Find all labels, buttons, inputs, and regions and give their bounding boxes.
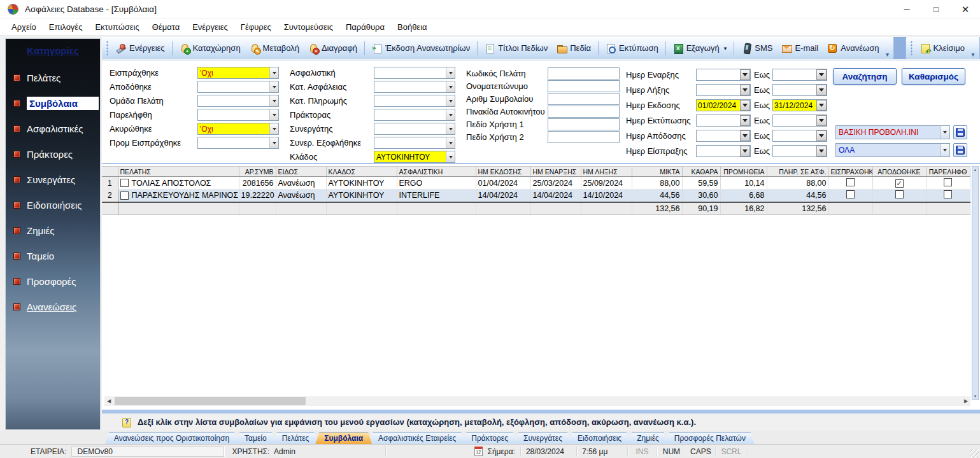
print-date-to-combo[interactable] xyxy=(772,114,827,127)
horizontal-scrollbar[interactable]: ◀ ▶ xyxy=(104,396,970,406)
toolbar-grip[interactable] xyxy=(106,41,109,55)
tab-clients[interactable]: Πελάτες xyxy=(273,432,318,444)
print-button[interactable]: Εκτύπωση xyxy=(601,41,663,56)
insert-button[interactable]: Καταχώρηση xyxy=(175,41,245,56)
tab-contracts[interactable]: Συμβόλαια xyxy=(315,432,372,444)
print-date-from-combo[interactable] xyxy=(696,114,751,127)
view-columns-combo[interactable]: ΟΛΑ xyxy=(835,143,950,157)
field-titles-button[interactable]: Τίτλοι Πεδίων xyxy=(480,41,552,56)
collected-checkbox[interactable] xyxy=(846,178,855,186)
menu-actions[interactable]: Ενέργειες xyxy=(186,20,234,34)
insurance-category-filter-combo[interactable] xyxy=(374,81,455,93)
column-header-branch[interactable]: ΚΛΑΔΟΣ xyxy=(326,167,397,177)
minimize-button[interactable]: ─ xyxy=(892,0,921,18)
issue-date-from-combo[interactable]: 01/02/2024 xyxy=(696,99,751,111)
menu-bridges[interactable]: Γέφυρες xyxy=(234,20,278,34)
scroll-up-icon[interactable]: ▲ xyxy=(972,167,978,173)
partner-paid-filter-combo[interactable] xyxy=(374,137,455,149)
collected-filter-combo[interactable]: 'Οχι xyxy=(197,67,279,79)
agent-filter-combo[interactable] xyxy=(374,109,455,121)
collection-date-from-combo[interactable] xyxy=(696,145,751,157)
user-field-1-input[interactable] xyxy=(548,118,620,130)
return-date-from-combo[interactable] xyxy=(696,130,751,142)
scroll-left-icon[interactable]: ◀ xyxy=(104,398,113,404)
client-code-input[interactable] xyxy=(548,67,620,80)
tab-notifications[interactable]: Ειδοποιήσεις xyxy=(569,432,630,444)
column-header-returned[interactable]: ΑΠΟΔΟΘΗΚΕ xyxy=(872,167,926,177)
column-header-end-date[interactable]: ΗΜ ΛΗΞΗΣ xyxy=(581,167,632,177)
menu-help[interactable]: Βοήθεια xyxy=(391,20,434,34)
collection-date-to-combo[interactable] xyxy=(772,145,827,157)
commission-collected-filter-combo[interactable] xyxy=(197,137,279,149)
tab-client-offers[interactable]: Προσφορές Πελατών xyxy=(665,432,755,444)
tab-cashdesk[interactable]: Ταμείο xyxy=(236,432,276,444)
tab-insurance-companies[interactable]: Ασφαλιστικές Εταιρείες xyxy=(369,432,465,444)
returned-filter-combo[interactable] xyxy=(197,81,279,93)
tab-claims[interactable]: Ζημιές xyxy=(628,432,668,444)
menu-file[interactable]: Αρχείο xyxy=(5,20,43,34)
column-header-company[interactable]: ΑΣΦΑΛΙΣΤΙΚΗ xyxy=(397,167,476,177)
column-header-start-date[interactable]: ΗΜ ΕΝΑΡΞΗΣ xyxy=(530,167,581,177)
column-header-net[interactable]: ΚΑΘΑΡΑ xyxy=(682,167,720,177)
sidebar-item-cashdesk[interactable]: Ταμείο xyxy=(6,243,100,268)
payment-category-filter-combo[interactable] xyxy=(374,95,455,107)
start-date-from-combo[interactable] xyxy=(696,69,751,81)
tab-agents[interactable]: Πράκτορες xyxy=(462,432,517,444)
end-date-to-combo[interactable] xyxy=(772,84,827,96)
column-header-client[interactable]: ΠΕΛΑΤΗΣ xyxy=(118,167,239,177)
received-checkbox[interactable] xyxy=(944,178,952,186)
actions-button[interactable]: Ενέργειες xyxy=(111,41,169,56)
received-filter-combo[interactable] xyxy=(197,109,279,121)
row-select-checkbox[interactable] xyxy=(120,191,129,200)
toolbar-overflow-icon[interactable]: ▾ xyxy=(883,51,891,59)
toolbar-grip[interactable] xyxy=(910,41,913,55)
cancelled-filter-combo[interactable]: 'Οχι xyxy=(197,123,279,135)
client-name-input[interactable] xyxy=(548,80,620,92)
sms-button[interactable]: SMS xyxy=(737,41,777,56)
sidebar-item-contracts[interactable]: Συμβόλαια xyxy=(6,90,100,116)
scroll-down-icon[interactable]: ▼ xyxy=(972,393,978,399)
client-group-filter-combo[interactable] xyxy=(197,95,279,107)
tab-partners[interactable]: Συνεργάτες xyxy=(515,432,571,444)
sidebar-item-insurers[interactable]: Ασφαλιστικές xyxy=(6,116,100,141)
partner-filter-combo[interactable] xyxy=(374,123,455,135)
menu-printouts[interactable]: Εκτυπώσεις xyxy=(89,20,145,34)
sidebar-item-partners[interactable]: Συνεργάτες xyxy=(6,167,100,192)
license-plate-input[interactable] xyxy=(548,106,620,118)
fields-button[interactable]: Πεδία xyxy=(552,41,595,56)
table-row[interactable]: 2 ΠΑΡΑΣΚΕΥΟΥΔΗΣ ΜΑΡΙΝΟΣ 19.22220 Ανανέωσ… xyxy=(102,190,970,202)
close-button[interactable]: ✕ xyxy=(951,0,980,18)
received-checkbox[interactable] xyxy=(944,190,952,198)
column-header-contract[interactable]: ΑΡ.ΣΥΜΒ xyxy=(239,167,276,177)
tab-renewals-finalize[interactable]: Ανανεώσεις προς Οριστικοποίηση xyxy=(105,432,238,444)
issue-date-to-combo[interactable]: 31/12/2024 xyxy=(772,99,827,111)
issue-renewals-button[interactable]: Έκδοση Ανανεωτηρίων xyxy=(367,41,474,56)
maximize-button[interactable]: □ xyxy=(921,0,951,18)
scroll-right-icon[interactable]: ▶ xyxy=(962,398,970,404)
save-view-button[interactable] xyxy=(953,125,967,139)
returned-checkbox[interactable] xyxy=(895,190,904,198)
sidebar-item-clients[interactable]: Πελάτες xyxy=(6,65,100,90)
close-form-button[interactable]: Κλείσιμο xyxy=(916,41,970,56)
menu-topics[interactable]: Θέματα xyxy=(146,20,186,34)
row-select-checkbox[interactable] xyxy=(120,179,129,187)
column-header-type[interactable]: ΕΙΔΟΣ xyxy=(276,167,326,177)
column-header-issue-date[interactable]: ΗΜ ΕΚΔΟΣΗΣ xyxy=(476,167,530,177)
renew-button[interactable]: Ανανέωση xyxy=(823,41,883,56)
sidebar-item-claims[interactable]: Ζημιές xyxy=(6,218,100,243)
branch-filter-combo[interactable]: ΑΥΤΟΚΙΝΗΤΟΥ xyxy=(374,151,455,163)
menu-options[interactable]: Επιλογές xyxy=(43,20,89,34)
user-field-2-input[interactable] xyxy=(548,131,620,143)
view-profile-combo[interactable]: ΒΑΣΙΚΗ ΠΡΟΒΟΛΗ.INI xyxy=(835,125,950,139)
sidebar-item-renewals[interactable]: Ανανεώσεις xyxy=(6,294,100,319)
contract-number-input[interactable] xyxy=(548,93,620,105)
column-header-gross[interactable]: ΜΙΚΤΑ xyxy=(632,167,682,177)
table-row[interactable]: 1 ΤΟΛΙΑΣ ΑΠΟΣΤΟΛΟΣ 2081656 Ανανέωση ΑΥΤΟ… xyxy=(102,177,970,190)
start-date-to-combo[interactable] xyxy=(772,69,827,81)
returned-checkbox[interactable] xyxy=(895,179,904,188)
column-header-paid[interactable]: ΠΛΗΡ. ΣΕ ΑΣΦ. xyxy=(767,167,828,177)
email-button[interactable]: E-mail xyxy=(777,41,823,56)
edit-button[interactable]: Μεταβολή xyxy=(245,41,304,56)
clear-button[interactable]: Καθαρισμός xyxy=(902,68,965,85)
search-button[interactable]: Αναζήτηση xyxy=(833,68,897,85)
